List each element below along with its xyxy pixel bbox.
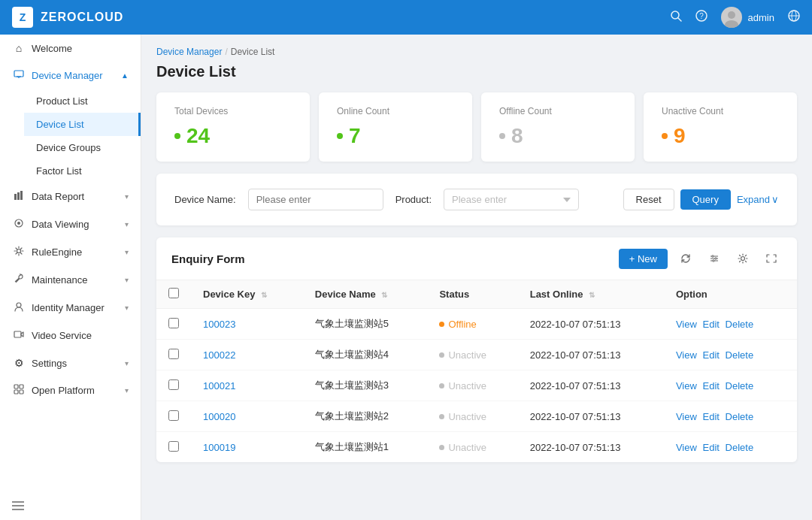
stat-unactive-value: 9 — [662, 124, 779, 148]
status-text: Unactive — [448, 442, 486, 453]
device-key-link[interactable]: 100019 — [203, 442, 235, 453]
settings-icon: ⚙ — [12, 357, 26, 369]
delete-link[interactable]: Delete — [726, 380, 754, 392]
sidebar-data-report-label: Data Report — [32, 191, 119, 202]
table-row: 100023 气象土壤监测站5 Offline 2022-10-07 07:51… — [156, 309, 797, 340]
sidebar-item-device-manager[interactable]: Device Manager ▲ — [0, 62, 141, 89]
expand-button[interactable]: Expand ∨ — [737, 194, 779, 205]
chevron-down-icon: ▾ — [125, 304, 129, 312]
sidebar-item-video-service[interactable]: Video Service — [0, 322, 141, 349]
edit-link[interactable]: Edit — [703, 380, 720, 392]
col-last-online[interactable]: Last Online ⇅ — [518, 280, 664, 309]
sidebar-item-open-platform[interactable]: Open Platform ▾ — [0, 376, 141, 404]
sidebar-item-maintenance[interactable]: Maintenance ▾ — [0, 266, 141, 294]
row-checkbox[interactable] — [168, 349, 179, 359]
delete-link[interactable]: Delete — [726, 319, 754, 330]
row-status: Unactive — [427, 401, 517, 432]
chevron-down-icon: ▾ — [125, 276, 129, 284]
row-option: View Edit Delete — [664, 401, 797, 432]
edit-link[interactable]: Edit — [703, 349, 720, 361]
sidebar-item-product-list[interactable]: Product List — [24, 89, 141, 113]
svg-point-32 — [713, 260, 714, 262]
sidebar-item-rule-engine[interactable]: RuleEngine ▾ — [0, 238, 141, 266]
avatar[interactable] — [721, 7, 742, 28]
header-right: ? admin — [670, 7, 800, 28]
edit-link[interactable]: Edit — [703, 411, 720, 422]
sidebar-collapse-btn[interactable] — [0, 494, 141, 520]
device-name-input[interactable] — [248, 189, 383, 210]
sidebar-item-welcome[interactable]: ⌂ Welcome — [0, 35, 141, 62]
stat-online-value: 7 — [337, 124, 454, 148]
sidebar-item-data-report[interactable]: Data Report ▾ — [0, 183, 141, 210]
svg-point-17 — [17, 249, 21, 253]
fullscreen-button[interactable] — [761, 248, 782, 269]
row-checkbox-cell — [156, 309, 191, 340]
col-device-name[interactable]: Device Name ⇅ — [303, 280, 428, 309]
home-icon: ⌂ — [12, 42, 26, 54]
column-adjust-button[interactable] — [704, 248, 725, 269]
view-link[interactable]: View — [676, 411, 697, 422]
data-table: Device Key ⇅ Device Name ⇅ Status Last O… — [156, 280, 797, 462]
device-key-link[interactable]: 100020 — [203, 411, 235, 422]
stat-unactive-label: Unactive Count — [662, 106, 779, 116]
sidebar-maintenance-label: Maintenance — [32, 274, 119, 286]
view-link[interactable]: View — [676, 442, 697, 453]
status-badge: Offline — [439, 319, 505, 330]
app-logo: Z — [12, 7, 33, 28]
delete-link[interactable]: Delete — [726, 411, 754, 422]
help-icon[interactable]: ? — [695, 10, 707, 25]
svg-point-18 — [17, 303, 21, 307]
breadcrumb-parent[interactable]: Device Manager — [156, 47, 222, 57]
device-manager-icon — [12, 69, 26, 82]
refresh-button[interactable] — [675, 248, 696, 269]
query-button[interactable]: Query — [680, 189, 731, 210]
new-button[interactable]: + New — [619, 249, 668, 269]
product-label: Product: — [395, 194, 432, 205]
sidebar-device-list-label: Device List — [36, 119, 126, 130]
sidebar-item-identity-manager[interactable]: Identity Manager ▾ — [0, 294, 141, 322]
svg-rect-12 — [14, 194, 17, 200]
device-key-link[interactable]: 100023 — [203, 319, 235, 330]
stat-offline-label: Offline Count — [499, 106, 617, 116]
sidebar-device-groups-label: Device Groups — [36, 142, 129, 153]
row-checkbox[interactable] — [168, 379, 179, 390]
chevron-down-icon: ▾ — [125, 220, 129, 228]
row-checkbox[interactable] — [168, 441, 179, 452]
settings-button[interactable] — [732, 248, 753, 269]
search-icon[interactable] — [670, 10, 682, 25]
open-platform-icon — [12, 384, 26, 397]
chevron-down-icon: ▾ — [125, 248, 129, 256]
device-key-link[interactable]: 100022 — [203, 349, 235, 361]
globe-icon[interactable] — [788, 10, 800, 25]
row-device-key: 100019 — [191, 432, 303, 463]
stat-card-online: Online Count 7 — [319, 92, 472, 162]
sidebar-item-device-list[interactable]: Device List — [24, 113, 141, 136]
sidebar-item-data-viewing[interactable]: Data Viewing ▾ — [0, 210, 141, 238]
select-all-checkbox[interactable] — [168, 288, 179, 298]
delete-link[interactable]: Delete — [726, 349, 754, 361]
svg-point-16 — [17, 222, 20, 225]
device-key-link[interactable]: 100021 — [203, 380, 235, 392]
edit-link[interactable]: Edit — [703, 442, 720, 453]
svg-rect-19 — [14, 331, 21, 337]
sidebar-item-factor-list[interactable]: Factor List — [24, 159, 141, 183]
sidebar-item-device-groups[interactable]: Device Groups — [24, 136, 141, 159]
status-text: Unactive — [448, 411, 486, 422]
row-device-name: 气象土壤监测站2 — [303, 401, 428, 432]
view-link[interactable]: View — [676, 319, 697, 330]
view-link[interactable]: View — [676, 349, 697, 361]
row-checkbox[interactable] — [168, 410, 179, 421]
edit-link[interactable]: Edit — [703, 319, 720, 330]
sidebar-item-settings[interactable]: ⚙ Settings ▾ — [0, 349, 141, 376]
row-device-name: 气象土壤监测站4 — [303, 340, 428, 370]
status-dot — [439, 383, 444, 388]
reset-button[interactable]: Reset — [623, 189, 674, 210]
sort-icon-device-key: ⇅ — [261, 291, 267, 299]
delete-link[interactable]: Delete — [726, 442, 754, 453]
product-select[interactable]: Please enter — [444, 189, 579, 210]
view-link[interactable]: View — [676, 380, 697, 392]
stat-online-number: 7 — [349, 124, 361, 148]
row-checkbox[interactable] — [168, 318, 179, 328]
col-device-key[interactable]: Device Key ⇅ — [191, 280, 303, 309]
filter-bar: Device Name: Product: Please enter Reset… — [156, 174, 797, 225]
